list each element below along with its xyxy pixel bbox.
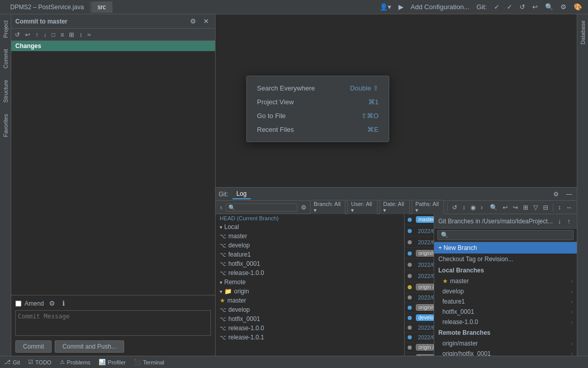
git-refresh-btn[interactable]: ⚙ [299, 203, 308, 212]
local-branch-release100[interactable]: release-1.0.0 › [434, 317, 577, 327]
remote-branch-origin-hotfix[interactable]: origin/hotfix_0001 › [434, 349, 577, 356]
columns-btn[interactable]: ⊞ [522, 203, 530, 212]
origin-section[interactable]: ▾ 📁 origin [216, 287, 404, 296]
remote-branch-origin-master[interactable]: origin/master › [434, 338, 577, 349]
commit-row-7[interactable]: Merge branch 'release-1.0.1' into 'maste… [405, 293, 434, 303]
fetch-icon[interactable]: ↓ [556, 216, 563, 226]
favorites-label[interactable]: Favorites [2, 110, 10, 141]
branch-feature1[interactable]: ⌥ feature1 [216, 250, 404, 259]
paint-icon[interactable]: 🎨 [572, 2, 584, 12]
remote-section[interactable]: ▾ Remote [216, 278, 404, 287]
refresh-btn[interactable]: ↺ [13, 31, 21, 39]
remote-master[interactable]: ★ master [216, 296, 404, 305]
commit-row-8[interactable]: release-1.0.1 origin/release-1.0.1 Mato … [405, 303, 434, 313]
sort-btn[interactable]: ≈ [86, 31, 92, 39]
refresh-icon[interactable]: ↺ [518, 2, 527, 12]
commit-message-area[interactable] [15, 310, 211, 336]
branch-filter[interactable]: Branch: All ▾ [310, 200, 345, 215]
commit-search-input[interactable] [226, 203, 297, 212]
push-btn[interactable]: ↑ [34, 31, 40, 39]
nav-back-btn[interactable]: ‹ [219, 203, 224, 212]
pull-btn[interactable]: ↓ [42, 31, 48, 39]
commit-close-icon[interactable]: ✕ [201, 16, 211, 26]
local-branch-feature1[interactable]: feature1 › [434, 296, 577, 307]
branch-master[interactable]: ⌥ master [216, 232, 404, 241]
run-icon[interactable]: ▶ [396, 2, 406, 12]
remote-release100[interactable]: ⌥ release-1.0.0 [216, 324, 404, 333]
layout-btn[interactable]: ⊟ [542, 203, 550, 212]
commit-row-4[interactable]: Update sonar-project.properties 闫思渊 2022… [405, 259, 434, 270]
sort2-btn[interactable]: ↕ [461, 203, 467, 212]
add-config-btn[interactable]: Add Configuration... [409, 2, 472, 12]
more-btn[interactable]: › [479, 203, 484, 212]
commit-row-3[interactable]: Update .gitlab-ci.yml file origin/master… [405, 248, 434, 259]
new-branch-btn[interactable]: + New Branch [434, 242, 577, 254]
amend-checkbox[interactable] [15, 301, 21, 307]
profiler-status-item[interactable]: 📊 Profiler [99, 359, 126, 365]
revert-btn[interactable]: ↩ [23, 31, 32, 39]
recent-files-row[interactable]: Recent Files ⌘E [247, 123, 389, 136]
amend-settings-icon[interactable]: ⚙ [47, 298, 57, 308]
branch-hotfix[interactable]: ⌥ hotfix_0001 [216, 259, 404, 268]
compare-btn[interactable]: □ [50, 31, 57, 39]
undo-icon[interactable]: ↩ [530, 2, 540, 12]
remote-develop[interactable]: ⌥ develop [216, 305, 404, 314]
branch-develop[interactable]: ⌥ develop [216, 241, 404, 250]
commit-row-2[interactable]: Update sonar-project.properties 闫思渊 2022… [405, 237, 434, 248]
todo-status-item[interactable]: ☑ TODO [28, 359, 52, 365]
undo2-btn[interactable]: ↩ [501, 203, 509, 212]
project-view-row[interactable]: Project View ⌘1 [247, 95, 389, 109]
git-settings-icon[interactable]: ⚙ [552, 190, 560, 198]
git-check-icon[interactable]: ✓ [492, 2, 502, 12]
log-tab[interactable]: Log [232, 189, 251, 199]
problems-status-item[interactable]: ⚠ Problems [60, 359, 90, 365]
commit-row-6[interactable]: 修复0001 origin & hotfix_0001 Mato 2022/6/… [405, 282, 434, 293]
git-minimize-icon[interactable]: — [565, 190, 574, 198]
commit-label[interactable]: Commit [2, 45, 10, 73]
structure-label[interactable]: Structure [2, 76, 10, 107]
commit-row-11[interactable]: release-1.0.0 Mato 2022/6/24, 4:51 PM [405, 333, 434, 342]
local-branch-master[interactable]: ★master › [434, 276, 577, 286]
user-icon[interactable]: 👤▾ [378, 2, 393, 12]
push-icon[interactable]: ↑ [566, 216, 573, 226]
head-item[interactable]: HEAD (Current Branch) [216, 214, 404, 222]
commit-row-0[interactable]: Update sonar-project.properties master 闫… [405, 214, 434, 225]
remote-hotfix[interactable]: ⌥ hotfix_0001 [216, 314, 404, 324]
filter-btn[interactable]: ▽ [532, 203, 539, 212]
commit-button[interactable]: Commit [15, 340, 52, 353]
remote-release101[interactable]: ⌥ release-1.0.1 [216, 333, 404, 342]
origin-toggle[interactable]: ▾ [220, 289, 222, 294]
search-icon[interactable]: 🔍 [543, 2, 555, 12]
remote-toggle[interactable]: ▾ [220, 280, 222, 285]
amend-info-icon[interactable]: ℹ [60, 298, 67, 308]
tab-postservice[interactable]: DPMS2 – PostService.java [4, 2, 90, 13]
git-status-item[interactable]: ⎇ Git [4, 359, 20, 365]
commit-row-13[interactable]: feature1 feature1 Mato 2022/6/24, 3:54 P… [405, 353, 434, 356]
search-btn2[interactable]: 🔍 [488, 203, 499, 212]
commit-row-1[interactable]: Update sonar-project.properties 闫思渊 2022… [405, 225, 434, 237]
branch-release100[interactable]: ⌥ release-1.0.0 [216, 268, 404, 278]
commit-push-button[interactable]: Commit and Push... [55, 340, 124, 353]
commit-row-12[interactable]: Merge branch 'feature1' into 'develop' o… [405, 342, 434, 353]
local-section[interactable]: ▾ Local [216, 222, 404, 232]
local-branch-hotfix[interactable]: hotfix_0001 › [434, 307, 577, 317]
commit-row-9[interactable]: release-1.0.0 develop Mato 2022/6/24, 4:… [405, 313, 434, 323]
date-filter[interactable]: Date: All ▾ [380, 200, 410, 215]
search-everywhere-row[interactable]: Search Everywhere Double ⇧ [247, 81, 389, 95]
checkout-tag-btn[interactable]: Checkout Tag or Revision... [434, 254, 577, 265]
git-check2-icon[interactable]: ✓ [505, 2, 514, 12]
show-diff-btn[interactable]: ≡ [59, 31, 65, 39]
database-label[interactable]: Database [579, 16, 587, 49]
redo2-btn[interactable]: ↪ [511, 203, 520, 212]
commit-row-10[interactable]: Merge branch 'release-1.0.0' into 'maste… [405, 323, 434, 333]
go-to-file-row[interactable]: Go to File ⇧⌘O [247, 109, 389, 123]
eye-btn[interactable]: ◉ [469, 203, 477, 212]
group-btn[interactable]: ⊞ [67, 31, 76, 39]
local-toggle[interactable]: ▾ [220, 224, 222, 230]
commit-settings-icon[interactable]: ⚙ [188, 16, 198, 26]
paths-filter[interactable]: Paths: All ▾ [412, 200, 444, 215]
settings-icon[interactable]: ⚙ [558, 2, 569, 12]
commit-row-5[interactable]: Merge branch 'hotfix_0001' into 'master'… [405, 270, 434, 282]
terminal-status-item[interactable]: ⬛ Terminal [134, 359, 164, 365]
tab-src[interactable]: src [91, 2, 112, 13]
